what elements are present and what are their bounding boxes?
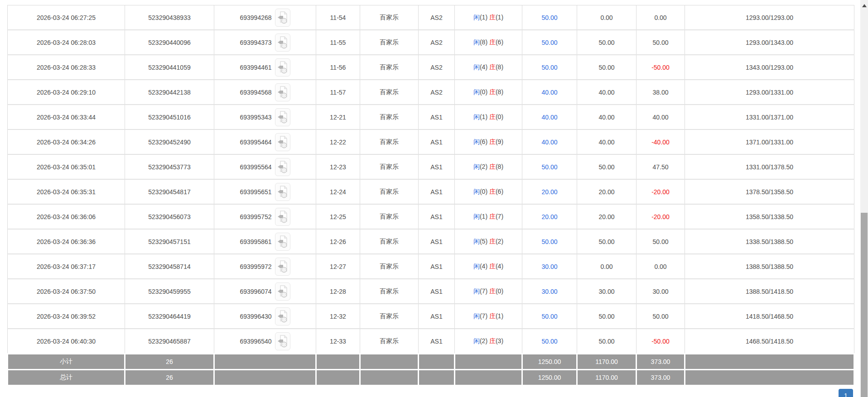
cell-bet-amount: 50.00	[522, 5, 577, 30]
cell-result: 闲(0) 庄(6)	[455, 179, 522, 204]
cell-result: 闲(0) 庄(8)	[455, 80, 522, 105]
cell-win-loss: -20.00	[637, 179, 685, 204]
total-bet: 1250.00	[522, 370, 577, 386]
table-row: 2026-03-24 06:39:52 523290464419 6939964…	[8, 304, 854, 329]
player-count: (0)	[480, 188, 489, 195]
banker-count: (2)	[496, 238, 503, 245]
banker-label: 庄	[489, 188, 496, 195]
video-replay-button[interactable]	[275, 332, 290, 350]
video-replay-button[interactable]	[275, 108, 290, 126]
scrollbar-thumb[interactable]	[861, 213, 868, 397]
cell-round: 11-54	[316, 5, 360, 30]
cell-time: 2026-03-24 06:27:25	[8, 5, 125, 30]
total-label: 总计	[8, 370, 125, 386]
video-replay-button[interactable]	[275, 282, 290, 301]
cell-bet-amount: 50.00	[522, 154, 577, 179]
cell-round: 12-23	[316, 154, 360, 179]
video-replay-button[interactable]	[275, 208, 290, 226]
cell-table-name: AS2	[419, 5, 455, 30]
scroll-up-button[interactable]	[860, 0, 868, 11]
cell-balance: 1358.50/1338.50	[685, 204, 854, 229]
cell-game-type: 百家乐	[360, 30, 419, 55]
video-replay-icon	[277, 234, 289, 249]
cell-valid-bet: 0.00	[577, 5, 637, 30]
cell-round: 12-22	[316, 129, 360, 154]
video-replay-button[interactable]	[275, 33, 290, 52]
video-replay-icon	[277, 309, 289, 324]
banker-count: (1)	[496, 312, 503, 320]
cell-order-no: 523290454817	[125, 179, 214, 204]
table-row: 2026-03-24 06:36:06 523290456073 6939957…	[8, 204, 854, 229]
cell-win-loss: -50.00	[637, 329, 685, 354]
cell-order-no: 523290459955	[125, 279, 214, 304]
video-replay-button[interactable]	[275, 233, 290, 251]
cell-table-name: AS1	[419, 329, 455, 354]
cell-valid-bet: 50.00	[577, 229, 637, 254]
video-replay-button[interactable]	[275, 58, 290, 77]
video-replay-button[interactable]	[275, 9, 290, 27]
player-count: (1)	[480, 113, 489, 120]
cell-valid-bet: 20.00	[577, 204, 637, 229]
cell-time: 2026-03-24 06:37:17	[8, 254, 125, 279]
subtotal-empty	[419, 354, 455, 370]
total-empty	[685, 370, 854, 386]
video-replay-button[interactable]	[275, 83, 290, 101]
banker-label: 庄	[489, 63, 496, 71]
total-count: 26	[125, 370, 214, 386]
player-label: 闲	[473, 38, 480, 46]
cell-valid-bet: 50.00	[577, 30, 637, 55]
cell-valid-bet: 40.00	[577, 105, 637, 129]
up-arrow-icon	[862, 4, 867, 7]
video-replay-button[interactable]	[275, 133, 290, 151]
cell-result: 闲(4) 庄(4)	[455, 254, 522, 279]
cell-round: 12-28	[316, 279, 360, 304]
cell-game-no: 693995972	[214, 254, 316, 279]
player-label: 闲	[473, 163, 480, 170]
cell-valid-bet: 50.00	[577, 55, 637, 80]
cell-valid-bet: 30.00	[577, 279, 637, 304]
banker-label: 庄	[489, 287, 496, 295]
cell-round: 11-57	[316, 80, 360, 105]
video-replay-button[interactable]	[275, 183, 290, 201]
banker-label: 庄	[489, 88, 496, 96]
banker-count: (4)	[496, 263, 503, 270]
cell-bet-amount: 50.00	[522, 30, 577, 55]
cell-game-no: 693994373	[214, 30, 316, 55]
cell-result: 闲(1) 庄(1)	[455, 5, 522, 30]
cell-time: 2026-03-24 06:35:31	[8, 179, 125, 204]
video-replay-icon	[277, 60, 289, 75]
video-replay-icon	[277, 259, 289, 274]
cell-time: 2026-03-24 06:37:50	[8, 279, 125, 304]
player-label: 闲	[473, 337, 480, 344]
table-row: 2026-03-24 06:33:44 523290451016 6939953…	[8, 105, 854, 129]
video-replay-button[interactable]	[275, 307, 290, 325]
cell-round: 12-32	[316, 304, 360, 329]
pagination-page-1-button[interactable]: 1	[839, 389, 853, 397]
cell-win-loss: -50.00	[637, 55, 685, 80]
banker-count: (0)	[496, 113, 503, 120]
video-replay-button[interactable]	[275, 158, 290, 176]
cell-valid-bet: 40.00	[577, 129, 637, 154]
cell-game-type: 百家乐	[360, 204, 419, 229]
cell-game-type: 百家乐	[360, 80, 419, 105]
video-replay-button[interactable]	[275, 258, 290, 276]
banker-label: 庄	[489, 312, 496, 320]
cell-game-type: 百家乐	[360, 55, 419, 80]
cell-balance: 1331.00/1378.50	[685, 154, 854, 179]
cell-time: 2026-03-24 06:28:03	[8, 30, 125, 55]
table-row: 2026-03-24 06:35:31 523290454817 6939956…	[8, 179, 854, 204]
cell-bet-amount: 40.00	[522, 129, 577, 154]
vertical-scrollbar[interactable]	[860, 0, 868, 397]
cell-game-no: 693994568	[214, 80, 316, 105]
cell-balance: 1331.00/1371.00	[685, 105, 854, 129]
cell-table-name: AS1	[419, 129, 455, 154]
table-row: 2026-03-24 06:28:33 523290441059 6939944…	[8, 55, 854, 80]
cell-game-type: 百家乐	[360, 154, 419, 179]
cell-bet-amount: 40.00	[522, 105, 577, 129]
player-label: 闲	[473, 263, 480, 270]
subtotal-empty	[214, 354, 316, 370]
cell-win-loss: 50.00	[637, 229, 685, 254]
cell-table-name: AS1	[419, 304, 455, 329]
banker-count: (3)	[496, 337, 503, 344]
total-row: 总计 26 1250.00 1170.00 373.00	[8, 370, 854, 386]
